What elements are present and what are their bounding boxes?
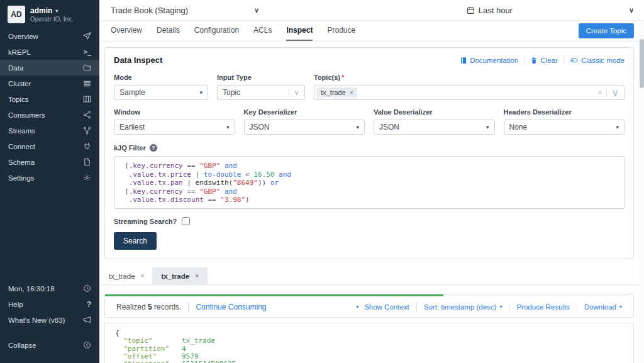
topbar: Trade Book (Staging) ∨ Last hour ∨ [99,0,644,21]
classic-mode-link[interactable]: Classic mode [570,57,625,64]
input-type-label: Input Type [217,74,305,81]
close-icon[interactable]: × [141,272,145,279]
calendar-icon [467,6,475,14]
main-area: Trade Book (Staging) ∨ Last hour ∨ Overv… [99,0,644,363]
user-menu[interactable]: AD admin ▾ Operatr IO, Inc. [0,0,99,26]
cluster-selector[interactable]: Trade Book (Staging) [111,6,188,15]
required-asterisk: * [341,74,344,81]
sort-dropdown[interactable]: Sort: timestamp (desc) ▾ [424,303,502,311]
chevron-down-icon[interactable]: ∨ [254,6,259,14]
topics-multiselect[interactable]: tx_trade × × ∨ [314,85,625,100]
continue-consuming-link[interactable]: Continue Consuming [196,303,266,311]
divider [606,88,607,97]
chevron-down-icon[interactable]: ∨ [629,6,634,14]
book-icon [460,57,467,64]
sidebar-item-schema[interactable]: Schema [0,154,99,170]
tab-produce[interactable]: Produce [327,21,355,41]
chevron-down-icon: ▾ [616,124,619,130]
close-icon[interactable]: × [195,272,199,279]
sidebar-footer: Mon, 16:30:18 Help ? What's New (v83) Co… [0,281,99,363]
app-window: AD admin ▾ Operatr IO, Inc. Overview kRE… [0,0,644,363]
headers-deserializer-label: Headers Deserializer [504,108,625,116]
chevron-down-icon[interactable]: ∨ [611,87,619,99]
tab-overview[interactable]: Overview [111,21,142,41]
clock-icon [83,284,91,293]
kjq-filter-editor[interactable]: (.key.currency == "GBP" and .value.tx.pr… [114,156,625,209]
results-output: { "topic" tx_trade "partition" 4 "offset… [104,323,634,363]
scrollbar-thumb[interactable] [640,39,644,88]
result-tab-1[interactable]: tx_trade × [101,267,153,284]
sidebar-item-topics[interactable]: Topics [0,91,99,107]
chevron-down-icon: ▾ [486,124,489,130]
sidebar-item-overview[interactable]: Overview [0,28,99,44]
scrollbar[interactable] [639,21,644,363]
result-tab-bar: tx_trade × tx_trade × [101,267,643,285]
divider [289,88,289,97]
sidebar-item-krepl[interactable]: kREPL >_ [0,44,99,60]
sidebar-item-whats-new[interactable]: What's New (v83) [0,312,99,328]
chevron-down-icon[interactable]: ▾ [356,304,358,310]
sidebar-item-collapse[interactable]: Collapse [0,337,99,353]
sidebar-item-settings[interactable]: Settings [0,170,99,186]
panel-title: Data Inspect [114,55,162,65]
chevron-down-icon: ▾ [499,304,502,310]
download-dropdown[interactable]: Download ▾ [584,303,622,311]
toggle-icon [570,57,579,64]
help-icon[interactable]: ? [150,144,157,152]
window-select[interactable]: Earliest ▾ [114,120,235,135]
chevron-down-icon: ▾ [55,8,58,14]
time-range-selector[interactable]: Last hour [467,6,513,15]
headers-deserializer-select[interactable]: None ▾ [504,120,625,135]
value-deserializer-select[interactable]: JSON ▾ [374,120,495,135]
chevron-down-icon: ∨ [294,88,299,97]
content: Data Inspect Documentation [99,42,644,363]
streaming-search-label: Streaming Search? [114,218,177,225]
divider [564,56,564,64]
chevron-down-icon: ▾ [226,124,230,130]
megaphone-icon [83,316,91,324]
clear-all-icon[interactable]: × [598,89,602,96]
record-json: { "topic" tx_trade "partition" 4 "offset… [115,330,623,363]
create-topic-button[interactable]: Create Topic [579,23,634,38]
divider [509,302,509,312]
topic-chip: tx_trade × [317,87,357,98]
sidebar-item-data[interactable]: Data [0,60,99,75]
chevron-down-icon: ▾ [199,89,203,96]
avatar: AD [8,6,25,23]
input-type-select[interactable]: Topic ∨ [217,85,305,100]
tab-configuration[interactable]: Configuration [194,21,239,41]
value-deserializer-label: Value Deserializer [374,108,495,116]
terminal-icon: >_ [84,48,91,55]
topics-label: Topic(s)* [314,74,625,81]
divider [416,302,417,312]
sidebar: AD admin ▾ Operatr IO, Inc. Overview kRE… [0,0,99,363]
topic-tabs: Overview Details Configuration ACLs Insp… [99,21,644,42]
tab-inspect[interactable]: Inspect [286,21,313,41]
sidebar-item-cluster[interactable]: Cluster [0,75,99,91]
clear-link[interactable]: Clear [530,57,557,64]
sidebar-item-clock[interactable]: Mon, 16:30:18 [0,281,99,296]
streaming-search-checkbox[interactable] [182,217,190,225]
show-context-link[interactable]: Show Context [364,303,409,311]
produce-results-link[interactable]: Produce Results [516,303,569,311]
search-button[interactable]: Search [114,232,157,250]
tab-acls[interactable]: ACLs [253,21,272,41]
sidebar-item-help[interactable]: Help ? [0,296,99,312]
gear-icon [83,174,91,182]
mode-select[interactable]: Sample ▾ [114,85,208,100]
result-tab-2[interactable]: tx_trade × [153,267,208,284]
data-inspect-panel: Data Inspect Documentation [104,47,634,259]
realized-records-status: Realized 5 records. [116,303,181,311]
key-deserializer-select[interactable]: JSON ▾ [244,120,365,135]
close-icon[interactable]: × [350,89,353,96]
user-name: admin [30,6,52,15]
share-icon [83,111,91,119]
tab-details[interactable]: Details [157,21,180,41]
documentation-link[interactable]: Documentation [460,57,518,64]
window-label: Window [114,108,235,116]
sidebar-item-consumers[interactable]: Consumers [0,107,99,123]
server-icon [83,79,91,87]
sidebar-item-streams[interactable]: Streams [0,123,99,138]
chevron-down-icon: ▾ [619,304,622,310]
sidebar-item-connect[interactable]: Connect [0,138,99,154]
